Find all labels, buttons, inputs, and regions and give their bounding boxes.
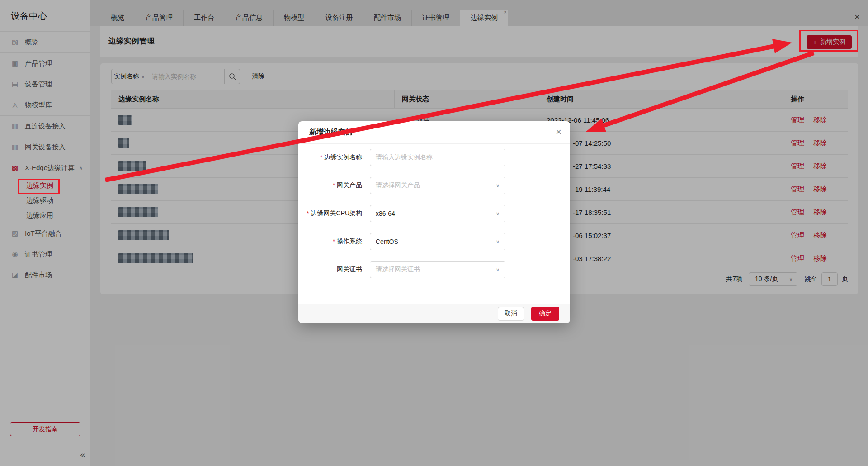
device-center-app: 设备中心 ▧概览▣产品管理▤设备管理◬物模型库▥直连设备接入▦网关设备接入▩X-… bbox=[0, 0, 868, 466]
field-label: *操作系统: bbox=[298, 238, 370, 246]
form-field-gateway-product: *网关产品:请选择网关产品∨ bbox=[298, 177, 570, 194]
modal-header: 新增边缘实例 bbox=[298, 121, 570, 144]
form-field-edge-gateway-cpu-arch: *边缘网关CPU架构:x86-64∨ bbox=[298, 205, 570, 222]
field-value: 请选择网关产品 bbox=[376, 181, 420, 190]
field-label-text: 网关证书: bbox=[337, 266, 364, 273]
field-value: x86-64 bbox=[376, 210, 395, 217]
field-label-text: 操作系统: bbox=[337, 238, 364, 245]
field-value: CentOS bbox=[376, 238, 398, 245]
required-asterisk: * bbox=[307, 210, 309, 217]
chevron-down-icon: ∨ bbox=[496, 239, 500, 245]
field-value: 请选择网关证书 bbox=[376, 266, 420, 274]
add-edge-instance-modal: 新增边缘实例 × *边缘实例名称:请输入边缘实例名称*网关产品:请选择网关产品∨… bbox=[298, 121, 570, 323]
field-label-text: 边缘网关CPU架构: bbox=[311, 209, 364, 217]
form-field-operating-system: *操作系统:CentOS∨ bbox=[298, 233, 570, 250]
select-gateway-product[interactable]: 请选择网关产品∨ bbox=[370, 177, 505, 194]
required-asterisk: * bbox=[333, 238, 335, 245]
required-asterisk: * bbox=[320, 154, 322, 161]
modal-title: 新增边缘实例 bbox=[309, 128, 353, 137]
field-label: *边缘网关CPU架构: bbox=[298, 209, 370, 218]
cancel-button[interactable]: 取消 bbox=[498, 307, 524, 321]
select-gateway-cert[interactable]: 请选择网关证书∨ bbox=[370, 261, 505, 278]
field-label-text: 边缘实例名称: bbox=[324, 153, 364, 161]
modal-close-icon[interactable]: × bbox=[556, 127, 561, 137]
chevron-down-icon: ∨ bbox=[496, 183, 500, 189]
field-label: *边缘实例名称: bbox=[298, 153, 370, 162]
confirm-button[interactable]: 确定 bbox=[531, 307, 559, 321]
required-asterisk: * bbox=[333, 182, 335, 189]
form-field-gateway-cert: 网关证书:请选择网关证书∨ bbox=[298, 261, 570, 278]
modal-form: *边缘实例名称:请输入边缘实例名称*网关产品:请选择网关产品∨*边缘网关CPU架… bbox=[298, 144, 570, 278]
select-operating-system[interactable]: CentOS∨ bbox=[370, 233, 505, 250]
form-field-edge-instance-name: *边缘实例名称:请输入边缘实例名称 bbox=[298, 149, 570, 166]
text-input-edge-instance-name[interactable]: 请输入边缘实例名称 bbox=[370, 149, 505, 166]
chevron-down-icon: ∨ bbox=[496, 211, 500, 217]
field-value: 请输入边缘实例名称 bbox=[376, 153, 433, 162]
modal-footer: 取消 确定 bbox=[298, 304, 570, 323]
field-label-text: 网关产品: bbox=[337, 181, 364, 189]
chevron-down-icon: ∨ bbox=[496, 267, 500, 273]
select-edge-gateway-cpu-arch[interactable]: x86-64∨ bbox=[370, 205, 505, 222]
field-label: *网关产品: bbox=[298, 181, 370, 190]
field-label: 网关证书: bbox=[298, 266, 370, 274]
